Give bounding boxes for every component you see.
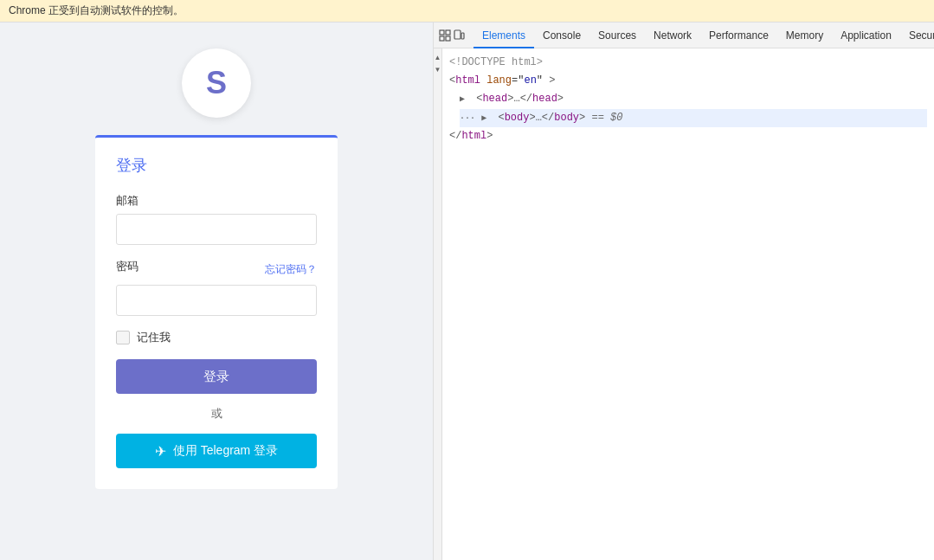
- doctype-line: <!DOCTYPE html>: [449, 54, 927, 72]
- telegram-login-button[interactable]: ✈ 使用 Telegram 登录: [116, 434, 317, 468]
- tab-performance[interactable]: Performance: [700, 23, 777, 48]
- tab-elements[interactable]: Elements: [473, 23, 534, 48]
- email-label: 邮箱: [116, 193, 317, 209]
- email-group: 邮箱: [116, 193, 317, 245]
- devtools-tabs: Elements Console Sources Network Perform…: [473, 23, 934, 48]
- email-input[interactable]: [116, 214, 317, 245]
- tab-console[interactable]: Console: [534, 23, 589, 48]
- logo-letter: S: [206, 65, 227, 101]
- svg-rect-5: [461, 33, 464, 39]
- inspect-element-button[interactable]: [439, 25, 451, 46]
- svg-rect-4: [454, 30, 461, 39]
- devtools-panel: Elements Console Sources Network Perform…: [433, 23, 934, 560]
- scroll-indicator: ▲ ▼: [434, 48, 442, 560]
- remember-checkbox[interactable]: [116, 331, 130, 344]
- password-group: 密码 忘记密码？: [116, 259, 317, 316]
- login-page: S 登录 邮箱 密码 忘记密码？ 记住我 登录 或 ✈: [0, 23, 433, 560]
- head-collapsed-line[interactable]: ▶ <head>…</head>: [460, 90, 927, 108]
- telegram-button-text: 使用 Telegram 登录: [173, 443, 278, 459]
- svg-rect-2: [446, 30, 450, 35]
- login-title: 登录: [116, 155, 317, 176]
- body-triangle[interactable]: ▶: [481, 112, 492, 126]
- svg-rect-0: [440, 30, 444, 35]
- remember-label: 记住我: [137, 330, 171, 345]
- forgot-password-link[interactable]: 忘记密码？: [265, 262, 317, 277]
- main-area: S 登录 邮箱 密码 忘记密码？ 记住我 登录 或 ✈: [0, 23, 934, 560]
- tab-security[interactable]: Security: [900, 23, 934, 48]
- automation-text: Chrome 正受到自动测试软件的控制。: [9, 4, 184, 16]
- tab-sources[interactable]: Sources: [589, 23, 645, 48]
- password-input[interactable]: [116, 285, 317, 316]
- devtools-content: ▲ ▼ <!DOCTYPE html> <html lang="en" > ▶ …: [434, 48, 934, 560]
- tab-memory[interactable]: Memory: [777, 23, 832, 48]
- svg-rect-1: [440, 36, 444, 41]
- remember-row: 记住我: [116, 330, 317, 345]
- scroll-down[interactable]: ▼: [435, 64, 441, 76]
- body-collapsed-line[interactable]: ··· ▶ <body>…</body> == $0: [460, 109, 927, 127]
- telegram-icon: ✈: [155, 443, 166, 460]
- elements-panel[interactable]: <!DOCTYPE html> <html lang="en" > ▶ <hea…: [442, 48, 934, 560]
- scroll-up[interactable]: ▲: [435, 52, 441, 64]
- chrome-automation-bar: Chrome 正受到自动测试软件的控制。: [0, 0, 934, 23]
- head-triangle[interactable]: ▶: [460, 93, 470, 106]
- or-divider: 或: [116, 406, 317, 422]
- devtools-toolbar: Elements Console Sources Network Perform…: [434, 23, 934, 48]
- password-row: 密码 忘记密码？: [116, 259, 317, 280]
- login-card: 登录 邮箱 密码 忘记密码？ 记住我 登录 或 ✈ 使用 Telegra: [95, 135, 338, 489]
- logo-circle: S: [182, 48, 251, 118]
- password-label: 密码: [116, 259, 138, 274]
- svg-rect-3: [446, 36, 450, 41]
- login-button[interactable]: 登录: [116, 359, 317, 394]
- html-open-line: <html lang="en" >: [449, 72, 927, 90]
- html-close-line: </html>: [449, 127, 927, 145]
- tab-application[interactable]: Application: [832, 23, 900, 48]
- tab-network[interactable]: Network: [645, 23, 700, 48]
- device-toolbar-button[interactable]: [453, 25, 465, 46]
